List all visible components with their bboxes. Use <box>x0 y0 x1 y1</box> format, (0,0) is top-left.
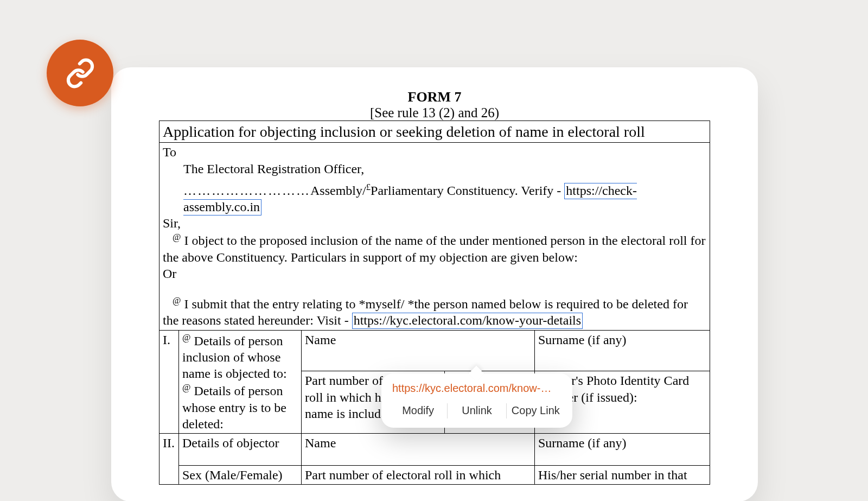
section-2-serial-number: His/her serial number in that <box>535 466 710 485</box>
link-popover: https://kyc.electoral.com/know-… Modify … <box>381 373 572 428</box>
to-line: To <box>163 144 706 160</box>
sir-line: Sir, <box>163 215 706 231</box>
document-preview: FORM 7 [See rule 13 (2) and 26) Applicat… <box>111 67 758 501</box>
section-2-part-number: Part number of electoral roll in which <box>302 466 535 485</box>
form-title: Application for objecting inclusion or s… <box>159 121 710 143</box>
submit-paragraph: @ I submit that the entry relating to *m… <box>163 295 706 328</box>
link-icon <box>65 58 95 88</box>
section-2-surname-header: Surname (if any) <box>535 434 710 466</box>
section-2-desc: Details of objector <box>179 434 302 466</box>
unlink-button[interactable]: Unlink <box>448 401 506 420</box>
section-2-name-header: Name <box>302 434 535 466</box>
section-1-surname-header: Surname (if any) <box>535 330 710 371</box>
intro-block: To The Electoral Registration Officer, …… <box>159 143 710 330</box>
modify-button[interactable]: Modify <box>389 401 447 420</box>
constituency-line: ………………………Assembly/£Parliamentary Constit… <box>163 181 706 215</box>
link-badge <box>47 40 113 106</box>
form-table: Application for objecting inclusion or s… <box>159 121 710 485</box>
section-1-name-header: Name <box>302 330 535 371</box>
popover-url[interactable]: https://kyc.electoral.com/know-… <box>387 382 567 397</box>
section-2-label: II. <box>159 434 179 485</box>
section-1-desc: @ Details of person inclusion of whose n… <box>179 330 302 433</box>
section-1-label: I. <box>159 330 179 433</box>
copy-link-button[interactable]: Copy Link <box>507 401 565 420</box>
rule-reference: [See rule 13 (2) and 26) <box>159 105 710 121</box>
objection-paragraph: @ I object to the proposed inclusion of … <box>163 231 706 265</box>
section-2-sex: Sex (Male/Female) <box>179 466 302 485</box>
kyc-link[interactable]: https://kyc.electoral.com/know-your-deta… <box>352 313 583 329</box>
or-line: Or <box>163 265 706 282</box>
officer-line: The Electoral Registration Officer, <box>163 161 706 177</box>
form-number: FORM 7 <box>159 89 710 105</box>
